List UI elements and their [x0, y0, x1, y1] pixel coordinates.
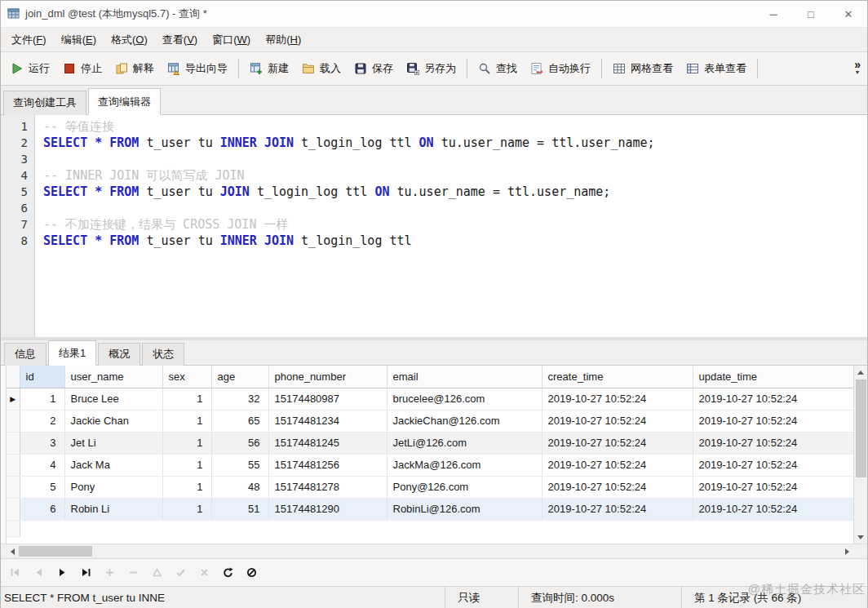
- toolbar-find-button[interactable]: 查找: [472, 57, 524, 80]
- menu-item-edit[interactable]: 编辑(E): [54, 29, 104, 51]
- cell-id[interactable]: 5: [20, 476, 64, 498]
- column-header-create_time[interactable]: create_time: [542, 366, 693, 388]
- menu-item-format[interactable]: 格式(O): [104, 29, 155, 51]
- table-row[interactable]: 3Jet Li15615174481245JetLi@126.com2019-1…: [7, 432, 853, 454]
- cell-email[interactable]: JetLi@126.com: [387, 432, 542, 454]
- cell-phone_number[interactable]: 15174481234: [268, 410, 387, 432]
- cancel-record-button[interactable]: [198, 567, 210, 579]
- toolbar-overflow-button[interactable]: » ▾: [854, 60, 864, 77]
- cell-sex[interactable]: 1: [162, 498, 211, 520]
- add-record-button[interactable]: [104, 567, 115, 579]
- cell-sex[interactable]: 1: [162, 432, 211, 454]
- stop-query-button[interactable]: [246, 567, 257, 579]
- cell-age[interactable]: 56: [211, 432, 268, 454]
- cell-create_time[interactable]: 2019-10-27 10:52:24: [542, 410, 693, 432]
- scroll-right-button[interactable]: [840, 544, 853, 558]
- cell-id[interactable]: 4: [20, 454, 64, 476]
- cell-user_name[interactable]: Robin Li: [64, 498, 162, 520]
- cell-id[interactable]: 6: [20, 498, 64, 520]
- cell-phone_number[interactable]: 15174480987: [268, 388, 387, 410]
- toolbar-grid-view-button[interactable]: 网格查看: [606, 57, 680, 80]
- cell-create_time[interactable]: 2019-10-27 10:52:24: [542, 498, 693, 520]
- toolbar-form-view-button[interactable]: 表单查看: [680, 57, 753, 80]
- cell-user_name[interactable]: Jet Li: [64, 432, 162, 454]
- toolbar-load-button[interactable]: 载入: [295, 57, 348, 80]
- refresh-button[interactable]: [222, 567, 233, 579]
- cell-update_time[interactable]: 2019-10-27 10:52:24: [693, 388, 853, 410]
- toolbar-stop-button[interactable]: 停止: [56, 57, 108, 80]
- cell-email[interactable]: Pony@126.com: [387, 476, 542, 498]
- column-header-id[interactable]: id: [20, 366, 64, 388]
- next-record-button[interactable]: [56, 567, 68, 579]
- tab-query-editor[interactable]: 查询编辑器: [88, 88, 161, 115]
- cell-user_name[interactable]: Bruce Lee: [64, 388, 162, 410]
- row-selector-header[interactable]: [7, 366, 20, 388]
- code-area[interactable]: -- 等值连接SELECT * FROM t_user tu INNER JOI…: [35, 115, 867, 337]
- toolbar-export-wizard-button[interactable]: 导出向导: [161, 57, 234, 80]
- cell-update_time[interactable]: 2019-10-27 10:52:24: [693, 476, 853, 498]
- cell-age[interactable]: 55: [211, 454, 268, 476]
- cell-phone_number[interactable]: 15174481245: [268, 432, 387, 454]
- cell-create_time[interactable]: 2019-10-27 10:52:24: [542, 454, 693, 476]
- cell-create_time[interactable]: 2019-10-27 10:52:24: [542, 388, 693, 410]
- close-button[interactable]: ✕: [830, 1, 867, 27]
- scroll-left-button[interactable]: [6, 544, 19, 558]
- tab-status[interactable]: 状态: [142, 343, 184, 366]
- last-record-button[interactable]: [80, 567, 91, 579]
- cell-phone_number[interactable]: 15174481290: [268, 498, 387, 520]
- scroll-down-button[interactable]: [854, 530, 867, 544]
- row-selector[interactable]: [7, 410, 20, 432]
- minimize-button[interactable]: ─: [755, 1, 792, 27]
- cell-update_time[interactable]: 2019-10-27 10:52:24: [693, 498, 853, 520]
- cell-id[interactable]: 1: [20, 388, 64, 410]
- row-selector[interactable]: [7, 498, 20, 520]
- prev-record-button[interactable]: [33, 567, 44, 579]
- tab-query-builder[interactable]: 查询创建工具: [3, 91, 86, 115]
- cell-sex[interactable]: 1: [162, 410, 211, 432]
- cell-sex[interactable]: 1: [162, 454, 211, 476]
- delete-record-button[interactable]: [127, 567, 139, 579]
- edit-record-button[interactable]: [151, 567, 162, 579]
- toolbar-word-wrap-button[interactable]: 自动换行: [524, 57, 597, 80]
- menu-item-view[interactable]: 查看(V): [155, 29, 205, 51]
- cell-sex[interactable]: 1: [162, 388, 211, 410]
- first-record-button[interactable]: [9, 567, 20, 579]
- cell-update_time[interactable]: 2019-10-27 10:52:24: [693, 432, 853, 454]
- menu-item-window[interactable]: 窗口(W): [205, 29, 258, 51]
- table-row[interactable]: 4Jack Ma15515174481256JackMa@126.com2019…: [7, 454, 853, 476]
- cell-update_time[interactable]: 2019-10-27 10:52:24: [693, 454, 853, 476]
- maximize-button[interactable]: □: [792, 1, 830, 27]
- cell-age[interactable]: 65: [211, 410, 268, 432]
- horizontal-scroll-thumb[interactable]: [19, 546, 92, 557]
- horizontal-scrollbar[interactable]: [1, 544, 867, 558]
- cell-email[interactable]: brucelee@126.com: [387, 388, 542, 410]
- tab-overview[interactable]: 概况: [98, 343, 140, 366]
- table-row[interactable]: ▶1Bruce Lee13215174480987brucelee@126.co…: [7, 388, 853, 410]
- table-row[interactable]: 5Pony14815174481278Pony@126.com2019-10-2…: [7, 476, 853, 498]
- toolbar-explain-button[interactable]: 解释: [108, 57, 161, 80]
- cell-email[interactable]: JackieChan@126.com: [387, 410, 542, 432]
- menu-item-help[interactable]: 帮助(H): [258, 29, 308, 51]
- apply-record-button[interactable]: [175, 567, 186, 579]
- column-header-user_name[interactable]: user_name: [64, 366, 162, 388]
- tab-info[interactable]: 信息: [4, 343, 46, 366]
- toolbar-save-as-button[interactable]: 另存为: [400, 57, 463, 80]
- cell-age[interactable]: 32: [211, 388, 268, 410]
- tab-result-1[interactable]: 结果1: [48, 340, 96, 366]
- vertical-scrollbar[interactable]: [853, 366, 867, 544]
- column-header-email[interactable]: email: [387, 366, 542, 388]
- row-selector[interactable]: ▶: [7, 388, 20, 410]
- cell-phone_number[interactable]: 15174481256: [268, 454, 387, 476]
- vertical-scroll-thumb[interactable]: [856, 379, 866, 477]
- cell-email[interactable]: RobinLi@126.com: [387, 498, 542, 520]
- cell-user_name[interactable]: Pony: [64, 476, 162, 498]
- cell-age[interactable]: 51: [211, 498, 268, 520]
- row-selector[interactable]: [7, 454, 20, 476]
- menu-item-file[interactable]: 文件(F): [4, 29, 54, 51]
- column-header-update_time[interactable]: update_time: [693, 366, 853, 388]
- table-row[interactable]: 6Robin Li15115174481290RobinLi@126.com20…: [7, 498, 853, 520]
- column-header-age[interactable]: age: [211, 366, 268, 388]
- cell-id[interactable]: 2: [20, 410, 64, 432]
- row-selector[interactable]: [7, 432, 20, 454]
- toolbar-run-button[interactable]: 运行: [4, 57, 56, 80]
